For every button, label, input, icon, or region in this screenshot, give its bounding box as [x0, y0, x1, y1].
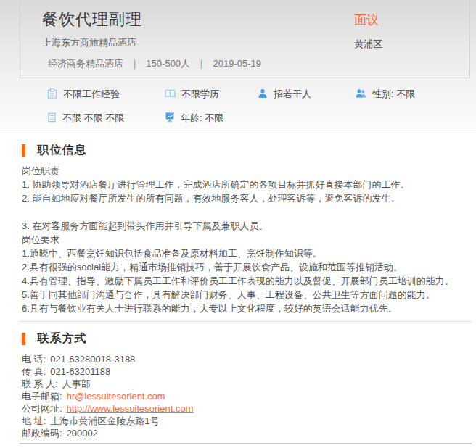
phone-label: 电 话: [22, 354, 46, 365]
tag-label: 招若干人 [274, 88, 311, 99]
duties-title: 岗位职责 [22, 164, 464, 178]
job-title-card: 餐饮代理副理 面议 上海东方商旅精品酒店 黄浦区 经济商务精品酒店|150-50… [20, 0, 470, 78]
tag-label: 不限学历 [181, 88, 219, 99]
contact-person-label: 联 系 人: [22, 378, 58, 389]
industry-category: 经济商务精品酒店 [48, 58, 123, 69]
address-label: 地 址: [22, 415, 46, 426]
section-title: 职位信息 [37, 143, 86, 158]
tag-education: 不限学历 [165, 88, 219, 99]
duties-text: 1. 协助领导对酒店餐厅进行管理工作，完成酒店所确定的各项目标并抓好直接本部门的… [22, 178, 464, 233]
contact-row-person: 联 系 人:人事部 [22, 378, 193, 390]
website-label: 公司网址: [22, 403, 62, 414]
contact-section-divider [20, 321, 472, 322]
requirements-text: 1.通晓中、西餐烹饪知识包括食品准备及原材料加工、烹饪制作知识等。 2.具有很强… [22, 246, 464, 315]
website-link[interactable]: http://www.lessuitesorient.com [67, 403, 194, 414]
address-value: 上海市黄浦区金陵东路1号 [50, 415, 159, 426]
tag-label: 不限工作经验 [63, 88, 120, 99]
company-size: 150-500人 [146, 58, 190, 69]
clipboard-icon [47, 88, 57, 99]
bottom-divider [20, 443, 472, 444]
zipcode-label: 邮政编码: [22, 428, 62, 439]
post-date: 2019-05-19 [213, 58, 262, 69]
tag-work-experience: 不限工作经验 [47, 88, 120, 99]
fax-value: 021-63201188 [50, 366, 110, 377]
tag-headcount: 招若干人 [258, 88, 311, 99]
tag-label: 不限 不限 不限 [62, 112, 124, 123]
email-label: 电子邮箱: [22, 391, 62, 402]
zipcode-value: 200002 [67, 428, 98, 439]
job-meta-line: 经济商务精品酒店|150-500人|2019-05-19 [48, 57, 261, 70]
fax-label: 传 真: [22, 366, 46, 377]
section-header-contact: 联系方式 [22, 331, 86, 344]
contact-row-address: 地 址:上海市黄浦区金陵东路1号 [22, 415, 193, 427]
contact-list: 电 话:021-63280018-3188 传 真:021-63201188 联… [22, 353, 193, 439]
salary-badge: 面议 [354, 12, 379, 28]
tag-other-limits: 不限 不限 不限 [47, 112, 124, 123]
document-icon [47, 112, 57, 123]
contact-row-fax: 传 真:021-63201188 [22, 365, 193, 378]
people-icon [356, 88, 366, 99]
email-link[interactable]: hr@lessuitesorient.com [67, 391, 165, 402]
contact-person-value: 人事部 [62, 378, 91, 389]
job-header-section: 餐饮代理副理 面议 上海东方商旅精品酒店 黄浦区 经济商务精品酒店|150-50… [0, 0, 476, 133]
section-accent-bar [22, 333, 25, 345]
job-title: 餐饮代理副理 [42, 9, 142, 30]
section-header-job-info: 职位信息 [22, 143, 86, 156]
district-label: 黄浦区 [354, 38, 382, 51]
company-name: 上海东方商旅精品酒店 [42, 36, 136, 49]
section-title: 联系方式 [37, 331, 86, 347]
contact-row-email: 电子邮箱:hr@lessuitesorient.com [22, 390, 193, 402]
tag-age: 年龄: 不限 [165, 112, 223, 123]
phone-value: 021-63280018-3188 [50, 354, 135, 365]
person-icon [258, 88, 268, 99]
contact-row-zipcode: 邮政编码:200002 [22, 427, 193, 439]
requirements-title: 岗位要求 [22, 233, 464, 246]
open-book-icon [165, 88, 176, 99]
presentation-board-icon [165, 112, 175, 123]
section-accent-bar [22, 144, 25, 157]
tag-label: 性别: 不限 [372, 88, 415, 99]
tag-gender: 性别: 不限 [356, 88, 415, 99]
tag-label: 年龄: 不限 [181, 112, 223, 123]
contact-row-phone: 电 话:021-63280018-3188 [22, 353, 193, 365]
meta-separator: | [200, 58, 202, 69]
contact-row-website: 公司网址:http://www.lessuitesorient.com [22, 402, 193, 415]
meta-separator: | [134, 58, 136, 69]
job-detail-page: 餐饮代理副理 面议 上海东方商旅精品酒店 黄浦区 经济商务精品酒店|150-50… [0, 0, 476, 448]
